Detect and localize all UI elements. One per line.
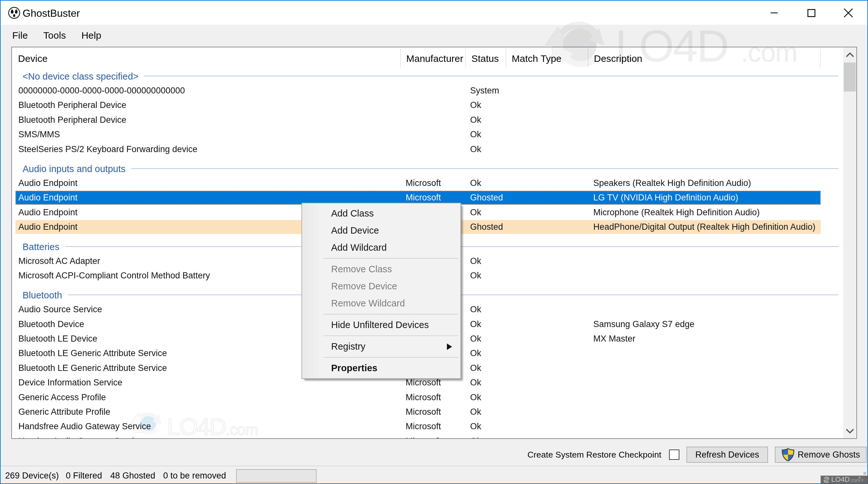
column-separator[interactable] xyxy=(465,49,466,67)
cell-manufacturer xyxy=(406,142,468,157)
column-separator[interactable] xyxy=(400,49,401,67)
cell-status: Ok xyxy=(470,302,515,317)
cell-match-type xyxy=(512,405,591,419)
cell-manufacturer xyxy=(406,98,468,112)
column-header-manufacturer[interactable]: Manufacturer xyxy=(400,47,463,69)
device-row[interactable]: Generic Access ProfileMicrosoftOk xyxy=(12,390,843,405)
cell-description xyxy=(593,361,842,376)
cell-match-type xyxy=(512,317,591,331)
scroll-up-button[interactable] xyxy=(843,47,857,62)
group-rule xyxy=(144,76,838,76)
cell-device: SMS/MMS xyxy=(19,127,402,142)
cell-match-type xyxy=(512,376,591,390)
device-row[interactable]: Generic Attribute ProfileMicrosoftOk xyxy=(12,405,843,419)
cell-status: Ok xyxy=(470,127,515,142)
cell-description: Samsung Galaxy S7 edge xyxy=(593,317,842,331)
cell-match-type xyxy=(512,84,591,98)
cell-description xyxy=(593,405,842,419)
cell-match-type xyxy=(512,361,591,376)
cell-manufacturer: Microsoft xyxy=(406,390,468,405)
close-button[interactable] xyxy=(834,1,863,25)
submenu-arrow-icon xyxy=(447,344,452,350)
cell-device: Bluetooth Peripheral Device xyxy=(19,113,402,127)
cell-status: Ok xyxy=(470,176,515,190)
cell-description xyxy=(593,419,842,434)
cell-description xyxy=(593,346,842,361)
cell-status: Ok xyxy=(470,317,515,331)
menu-file[interactable]: File xyxy=(4,25,35,46)
cell-status: Ok xyxy=(470,361,515,376)
menu-tools[interactable]: Tools xyxy=(35,25,73,46)
cell-manufacturer: Microsoft xyxy=(406,434,468,438)
minimize-icon xyxy=(770,12,778,14)
row-cells: Bluetooth Peripheral DeviceOk xyxy=(12,98,843,112)
status-device-count: 269 Device(s) xyxy=(5,466,59,484)
menu-help[interactable]: Help xyxy=(73,25,109,46)
group-label[interactable]: Batteries xyxy=(23,239,59,254)
minimize-button[interactable] xyxy=(760,1,789,25)
device-row[interactable]: Headset Audio Gateway ServiceMicrosoftOk xyxy=(12,434,843,438)
cell-device: Audio Endpoint xyxy=(19,176,402,190)
column-header-status[interactable]: Status xyxy=(465,47,499,69)
row-cells: Generic Attribute ProfileMicrosoftOk xyxy=(12,405,843,419)
group-label[interactable]: Audio inputs and outputs xyxy=(23,161,125,176)
column-separator[interactable] xyxy=(820,49,820,67)
menu-bar: File Tools Help xyxy=(0,25,867,46)
context-menu-separator xyxy=(302,333,460,338)
device-row[interactable]: Audio EndpointMicrosoftOkSpeakers (Realt… xyxy=(12,176,843,190)
row-cells: Handsfree Audio Gateway ServiceMicrosoft… xyxy=(12,419,843,434)
ghostbuster-window: GhostBuster File Tools Help DeviceManufa… xyxy=(0,0,868,484)
cell-status: Ok xyxy=(470,113,515,127)
cell-status: Ghosted xyxy=(470,190,515,205)
cell-device: Generic Attribute Profile xyxy=(19,405,402,419)
group-rule xyxy=(131,168,838,169)
device-row[interactable]: SteelSeries PS/2 Keyboard Forwarding dev… xyxy=(12,142,843,157)
device-row[interactable]: Bluetooth Peripheral DeviceOk xyxy=(12,98,843,112)
device-row[interactable]: SMS/MMSOk xyxy=(12,127,843,142)
scroll-down-button[interactable] xyxy=(843,423,857,438)
remove-ghosts-button[interactable]: Remove Ghosts xyxy=(775,447,867,463)
maximize-button[interactable] xyxy=(797,1,826,25)
column-separator[interactable] xyxy=(505,49,506,67)
cell-status: Ok xyxy=(470,331,515,346)
context-menu-item-hide-unfiltered-devices[interactable]: Hide Unfiltered Devices xyxy=(302,317,460,333)
column-header-match-type[interactable]: Match Type xyxy=(505,47,562,69)
context-menu-item-add-class[interactable]: Add Class xyxy=(302,205,460,222)
context-menu-item-registry[interactable]: Registry xyxy=(302,338,460,355)
group-label[interactable]: <No device class specified> xyxy=(23,69,138,84)
row-cells: 00000000-0000-0000-0000-000000000000Syst… xyxy=(12,84,843,98)
window-border-top xyxy=(0,0,868,1)
column-header-device[interactable]: Device xyxy=(12,47,48,69)
group-label[interactable]: Bluetooth xyxy=(23,287,62,302)
device-row[interactable]: Bluetooth Peripheral DeviceOk xyxy=(12,113,843,127)
chevron-down-icon xyxy=(846,428,854,433)
refresh-devices-button[interactable]: Refresh Devices xyxy=(686,447,768,463)
column-header-description[interactable]: Description xyxy=(588,47,642,69)
cell-match-type xyxy=(512,346,591,361)
row-cells: Generic Access ProfileMicrosoftOk xyxy=(12,390,843,405)
status-to-be-removed-count: 0 to be removed xyxy=(163,466,226,484)
column-separator[interactable] xyxy=(588,49,588,67)
context-menu-item-remove-device: Remove Device xyxy=(302,278,460,295)
cell-match-type xyxy=(512,419,591,434)
cell-status: Ok xyxy=(470,346,515,361)
vertical-scrollbar[interactable] xyxy=(843,47,857,438)
cell-status: Ok xyxy=(470,268,515,283)
cell-description xyxy=(593,84,842,98)
restore-checkpoint-checkbox[interactable] xyxy=(669,450,679,460)
cell-status: Ghosted xyxy=(470,220,515,234)
context-menu-item-add-wildcard[interactable]: Add Wildcard xyxy=(302,239,460,256)
cell-status: Ok xyxy=(470,405,515,419)
title-bar: GhostBuster xyxy=(1,1,867,25)
context-menu-item-add-device[interactable]: Add Device xyxy=(302,222,460,239)
cell-description: Speakers (Realtek High Definition Audio) xyxy=(593,176,842,190)
scrollbar-thumb[interactable] xyxy=(844,63,856,92)
status-filtered-count: 0 Filtered xyxy=(66,466,102,484)
device-row[interactable]: 00000000-0000-0000-0000-000000000000Syst… xyxy=(12,84,843,98)
cell-device: 00000000-0000-0000-0000-000000000000 xyxy=(19,84,402,98)
cell-match-type xyxy=(512,254,591,268)
device-row[interactable]: Handsfree Audio Gateway ServiceMicrosoft… xyxy=(12,419,843,434)
group-header: Audio inputs and outputs xyxy=(12,157,843,176)
context-menu-item-properties[interactable]: Properties xyxy=(302,360,460,377)
cell-status: Ok xyxy=(470,205,515,220)
